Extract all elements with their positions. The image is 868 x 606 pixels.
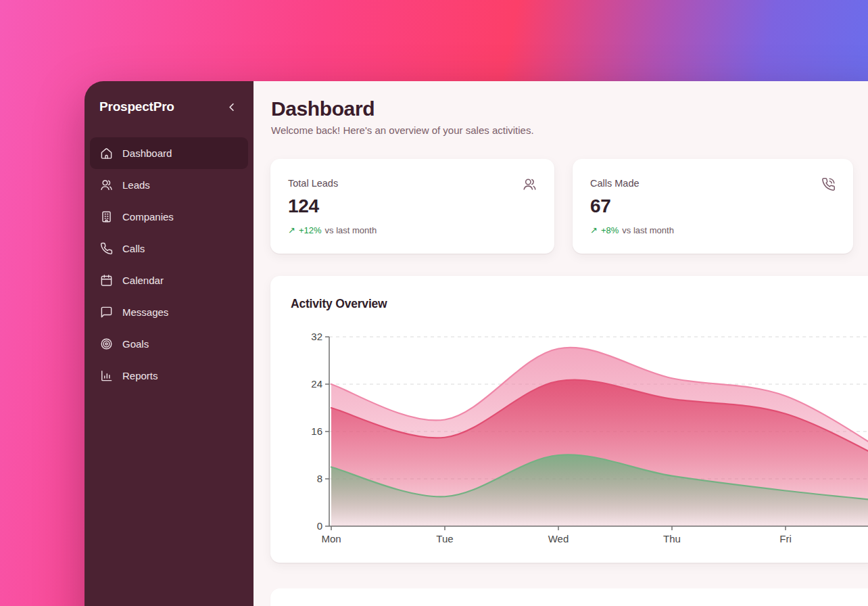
partially-visible-card: [270, 588, 868, 606]
stat-value: 124: [288, 195, 537, 217]
sidebar-item-goals[interactable]: Goals: [90, 328, 248, 360]
sidebar-item-label: Companies: [122, 211, 174, 223]
trend-up-icon: ↗: [590, 225, 598, 235]
svg-text:16: 16: [311, 425, 322, 437]
sidebar-item-dashboard[interactable]: Dashboard: [90, 137, 248, 169]
users-round-icon: [523, 177, 537, 191]
sidebar-item-companies[interactable]: Companies: [90, 201, 248, 233]
sidebar-item-label: Goals: [122, 338, 149, 350]
page-background: { "sidebar": { "brand": "ProspectPro", "…: [0, 0, 868, 606]
sidebar-item-messages[interactable]: Messages: [90, 296, 248, 328]
trend-up-icon: ↗: [288, 225, 295, 235]
phone-icon: [100, 242, 113, 255]
sidebar-item-label: Reports: [122, 370, 158, 381]
home-icon: [100, 147, 113, 160]
message-square-icon: [100, 306, 113, 319]
svg-text:Fri: Fri: [779, 533, 792, 544]
stat-label: Total Leads: [288, 178, 537, 189]
svg-text:24: 24: [311, 378, 322, 390]
sidebar-item-label: Dashboard: [122, 147, 172, 159]
target-icon: [100, 337, 113, 350]
building-icon: [100, 210, 113, 223]
stat-card-total-leads: Total Leads 124 ↗ +12% vs last month: [270, 159, 554, 254]
sidebar-item-label: Leads: [122, 179, 150, 191]
svg-text:8: 8: [317, 473, 322, 484]
page-title: Dashboard: [271, 97, 375, 120]
activity-chart: 08162432MonTueWedThuFri: [270, 276, 868, 563]
brand-logo: ProspectPro: [99, 99, 174, 114]
svg-text:0: 0: [317, 520, 322, 532]
app-window: ProspectPro Dashboard Leads: [85, 81, 868, 606]
stat-cards-row: Total Leads 124 ↗ +12% vs last month Cal…: [270, 159, 853, 254]
svg-text:Thu: Thu: [663, 533, 681, 544]
svg-text:Wed: Wed: [548, 533, 569, 544]
activity-overview-card: 08162432MonTueWedThuFri Activity Overvie…: [270, 276, 868, 563]
trend-suffix: vs last month: [622, 225, 674, 235]
sidebar: ProspectPro Dashboard Leads: [85, 81, 254, 606]
sidebar-item-reports[interactable]: Reports: [90, 360, 248, 392]
trend-suffix: vs last month: [325, 225, 377, 235]
stat-value: 67: [590, 195, 836, 217]
sidebar-item-calendar[interactable]: Calendar: [90, 264, 248, 296]
calendar-icon: [100, 274, 113, 287]
sidebar-item-label: Messages: [122, 306, 168, 318]
stat-card-calls-made: Calls Made 67 ↗ +8% vs last month: [573, 159, 853, 254]
phone-call-icon: [821, 177, 836, 191]
sidebar-header: ProspectPro: [85, 81, 254, 114]
sidebar-item-label: Calendar: [122, 275, 164, 286]
stat-trend: ↗ +12% vs last month: [288, 225, 537, 235]
svg-text:Mon: Mon: [321, 533, 341, 544]
svg-text:Tue: Tue: [436, 533, 453, 544]
main-content: Dashboard Welcome back! Here's an overvi…: [254, 81, 868, 606]
page-subtitle: Welcome back! Here's an overview of your…: [271, 124, 534, 136]
sidebar-collapse-button[interactable]: [224, 99, 239, 114]
sidebar-item-label: Calls: [122, 243, 145, 254]
chevron-left-icon: [225, 101, 238, 114]
sidebar-item-calls[interactable]: Calls: [90, 233, 248, 264]
stat-trend: ↗ +8% vs last month: [590, 225, 836, 235]
sidebar-item-leads[interactable]: Leads: [90, 169, 248, 201]
users-icon: [100, 179, 113, 191]
bar-chart-icon: [100, 369, 113, 382]
trend-percent: +12%: [299, 225, 322, 235]
chart-title: Activity Overview: [291, 297, 387, 311]
stat-label: Calls Made: [590, 178, 836, 189]
trend-percent: +8%: [601, 225, 619, 235]
sidebar-nav: Dashboard Leads Companies Calls: [85, 137, 254, 392]
svg-text:32: 32: [311, 331, 322, 342]
